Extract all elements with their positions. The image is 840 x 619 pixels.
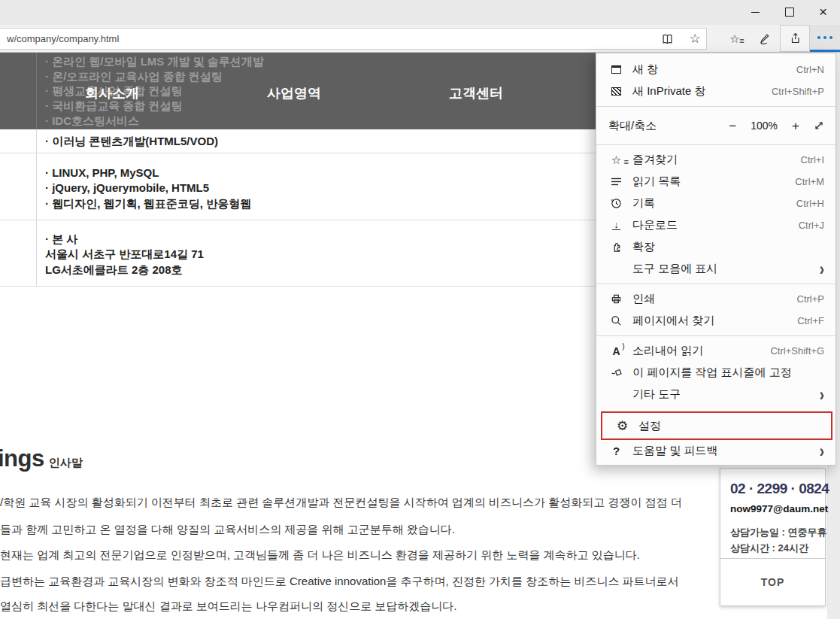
office-item: LG서초에클라트 2층 208호: [45, 262, 204, 278]
list-item: · 온/오프라인 교육사업 종합 컨설팅: [45, 69, 264, 84]
nav-item-business[interactable]: 사업영역: [267, 84, 321, 102]
menu-item-new-inprivate-window[interactable]: 새 InPrivate 창 Ctrl+Shift+P: [596, 80, 835, 102]
office-item: · 본 사: [45, 232, 204, 247]
new-window-icon: [608, 65, 624, 74]
greeting-title-en: ings: [0, 445, 44, 472]
favorite-star-icon[interactable]: ☆: [684, 32, 706, 45]
zoom-out-button[interactable]: −: [729, 120, 736, 132]
menu-item-favorites[interactable]: ☆≡ 즐겨찾기 Ctrl+I: [596, 149, 835, 171]
address-toolbar: w/company/company.html ☆ ☆≡: [0, 25, 840, 53]
menu-divider: [596, 284, 835, 284]
menu-item-zoom: 확대/축소 − 100% +: [596, 111, 835, 141]
browser-more-menu: 새 창 Ctrl+N 새 InPrivate 창 Ctrl+Shift+P 확대…: [596, 53, 836, 466]
list-item: · IDC호스팅서비스: [45, 114, 264, 129]
menu-item-help-feedback[interactable]: ? 도움말 및 피드백 ›: [596, 440, 835, 462]
menu-item-extensions[interactable]: 확장: [596, 236, 835, 258]
minimize-button[interactable]: [738, 0, 772, 24]
gear-icon: ⚙: [614, 420, 630, 432]
scroll-to-top-button[interactable]: TOP: [720, 558, 825, 605]
minimize-icon: [751, 12, 760, 13]
close-button[interactable]: ×: [806, 0, 840, 24]
chevron-right-icon: ›: [820, 442, 824, 460]
contact-days: 상담가능일 : 연중무휴: [730, 524, 825, 540]
reading-list-icon: [608, 177, 624, 187]
tech-item: · 웹디자인, 웹기획, 웹표준코딩, 반응형웹: [45, 196, 251, 211]
fullscreen-arrow-icon[interactable]: [814, 120, 824, 131]
menu-divider: [596, 106, 835, 107]
menu-divider: [596, 335, 835, 336]
read-aloud-icon: A): [608, 345, 624, 357]
office-item: 서울시 서초구 반포대로14길 71: [45, 247, 204, 262]
greeting-line: 급변하는 교육환경과 교육시장의 변화와 창조적 마인드로 Creative i…: [0, 575, 679, 589]
tech-item: · jQuery, jQuerymobile, HTML5: [45, 181, 251, 196]
nav-item-customer[interactable]: 고객센터: [449, 84, 503, 102]
greeting-line: /학원 교육 시장의 활성화되기 이전부터 최초로 관련 솔루션개발과 전문컨설…: [0, 496, 682, 510]
favorites-hub-icon: ☆≡: [729, 33, 739, 44]
maximize-button[interactable]: [772, 0, 806, 24]
greeting-line: 들과 함께 고민하고 온 열정을 다해 양질의 교육서비스의 제공을 위해 고군…: [0, 523, 455, 537]
menu-item-reading-list[interactable]: 읽기 목록 Ctrl+M: [596, 171, 835, 193]
contact-email: now9977@daum.net: [730, 503, 825, 514]
address-bar[interactable]: w/company/company.html ☆: [0, 28, 707, 50]
contact-time: 상담시간 : 24시간: [730, 540, 825, 556]
menu-item-show-in-toolbar[interactable]: 도구 모음에 표시 ›: [596, 258, 835, 280]
more-dots-icon: [817, 36, 832, 39]
maximize-icon: [785, 8, 794, 17]
chevron-right-icon: ›: [820, 260, 824, 278]
menu-divider: [596, 144, 835, 145]
printer-icon: [608, 293, 624, 305]
table-row: · LINUX, PHP, MySQL · jQuery, jQuerymobi…: [45, 165, 251, 211]
title-bar: ×: [0, 0, 840, 25]
menu-item-find-on-page[interactable]: 페이지에서 찾기 Ctrl+F: [596, 310, 835, 332]
inprivate-window-icon: [608, 87, 624, 96]
contact-hours: 상담가능일 : 연중무휴 상담시간 : 24시간: [730, 524, 825, 556]
table-border: [36, 53, 37, 129]
favorites-star-icon: ☆≡: [608, 154, 624, 165]
menu-item-downloads[interactable]: ↓ 다운로드 Ctrl+J: [596, 214, 835, 236]
contact-card: 02 · 2299 · 0824 now9977@daum.net 상담가능일 …: [720, 468, 826, 606]
share-button[interactable]: [780, 25, 810, 52]
find-magnifier-icon: [608, 315, 624, 326]
settings-highlight-box: ⚙ 설정: [601, 411, 832, 440]
ink-pen-icon: [758, 32, 772, 45]
list-item: · 국비환급교육 종합 컨설팅: [45, 99, 264, 114]
favorites-hub-button[interactable]: ☆≡: [720, 25, 750, 52]
menu-item-settings[interactable]: ⚙ 설정: [602, 413, 831, 438]
menu-item-read-aloud[interactable]: A) 소리내어 읽기 Ctrl+Shift+G: [596, 340, 835, 362]
contact-phone: 02 · 2299 · 0824: [730, 481, 825, 497]
greeting-line: 현재는 업계 최고의 전문기업으로 인정받으며, 고객님들께 좀 더 나은 비즈…: [0, 548, 640, 563]
greeting-title-ko: 인사말: [49, 456, 83, 470]
chevron-right-icon: ›: [820, 386, 824, 404]
download-icon: ↓: [608, 220, 624, 230]
table-row: · 본 사 서울시 서초구 반포대로14길 71 LG서초에클라트 2층 208…: [45, 232, 204, 278]
menu-item-print[interactable]: 인쇄 Ctrl+P: [596, 288, 835, 310]
close-icon: ×: [819, 4, 827, 20]
url-text: w/company/company.html: [7, 33, 119, 44]
greeting-line: 열심히 최선을 다한다는 말대신 결과로 보여드리는 나우컴퍼니의 정신으로 보…: [0, 599, 457, 614]
settings-more-button[interactable]: [810, 25, 840, 52]
list-item: · 평생교육사업 종합 컨설팅: [45, 83, 264, 99]
greeting-heading: ings 인사말: [0, 445, 83, 472]
zoom-in-button[interactable]: +: [792, 120, 799, 132]
help-icon: ?: [608, 445, 624, 457]
list-item: · 온라인 웹/모바일 LMS 개발 및 솔루션개발: [45, 54, 264, 69]
menu-item-new-window[interactable]: 새 창 Ctrl+N: [596, 59, 835, 80]
menu-item-more-tools[interactable]: 기타 도구 ›: [596, 384, 835, 405]
zoom-level: 100%: [751, 120, 778, 132]
menu-item-history[interactable]: 기록 Ctrl+H: [596, 193, 835, 214]
extensions-puzzle-icon: [608, 241, 624, 253]
table-row: · 이러닝 콘텐츠개발(HTML5/VOD): [45, 130, 218, 152]
history-clock-icon: [608, 198, 624, 209]
web-notes-button[interactable]: [750, 25, 780, 52]
browser-window: × w/company/company.html ☆ ☆≡: [0, 0, 840, 619]
reading-view-book-icon[interactable]: [661, 33, 684, 45]
service-item: · 이러닝 콘텐츠개발(HTML5/VOD): [45, 130, 218, 152]
service-list-ghost: · 온라인 웹/모바일 LMS 개발 및 솔루션개발 · 온/오프라인 교육사업…: [45, 54, 264, 129]
pin-icon: [608, 368, 624, 378]
tech-item: · LINUX, PHP, MySQL: [45, 165, 251, 181]
menu-item-pin-to-taskbar[interactable]: 이 페이지를 작업 표시줄에 고정: [596, 362, 835, 384]
nav-item-company[interactable]: 회사소개: [85, 84, 139, 102]
share-icon: [789, 32, 802, 44]
